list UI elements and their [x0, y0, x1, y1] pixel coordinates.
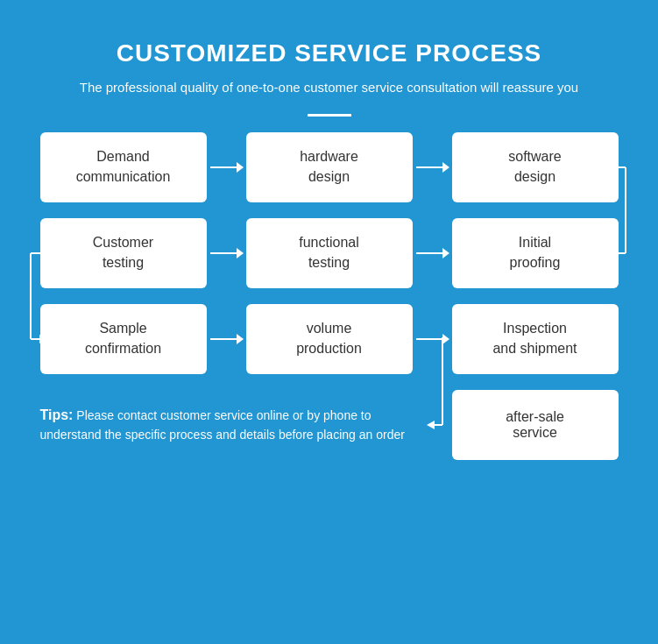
box-hardware-design: hardwaredesign: [246, 132, 413, 202]
bottom-section: Tips: Please contact customer service on…: [40, 390, 619, 460]
box-customer-testing: Customertesting: [40, 218, 207, 288]
main-container: CUSTOMIZED SERVICE PROCESS The professio…: [14, 13, 645, 631]
svg-marker-10: [427, 421, 435, 429]
box-demand-communication: Demandcommunication: [40, 132, 207, 202]
after-sale-arrow-svg: [433, 390, 452, 460]
divider: [308, 114, 351, 117]
tips-label: Tips:: [40, 407, 74, 422]
box-inspection-shipment: Inspectionand shipment: [452, 304, 619, 374]
box-functional-testing: functionaltesting: [246, 218, 413, 288]
box-software-design: softwaredesign: [452, 132, 619, 202]
tips-text: Tips: Please contact customer service on…: [40, 405, 424, 444]
box-volume-production: volumeproduction: [246, 304, 413, 374]
page-title: CUSTOMIZED SERVICE PROCESS: [117, 39, 542, 67]
page-subtitle: The professional quality of one-to-one c…: [80, 78, 578, 98]
box-initial-proofing: Initialproofing: [452, 218, 619, 288]
box-sample-confirmation: Sampleconfirmation: [40, 304, 207, 374]
box-after-sale: after-saleservice: [452, 390, 619, 460]
tips-body: Please contact customer service online o…: [40, 408, 405, 442]
process-diagram: Demandcommunication hardwaredesign softw…: [40, 132, 619, 374]
